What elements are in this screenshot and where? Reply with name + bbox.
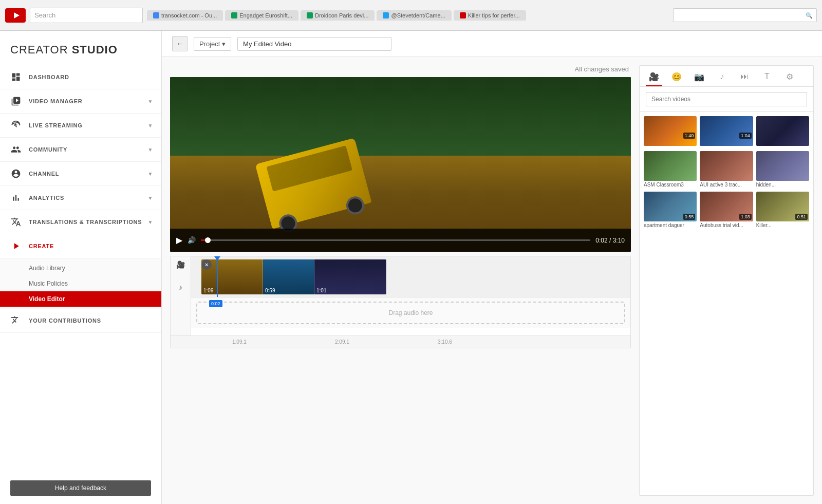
community-label: COMMUNITY [29,146,67,153]
video-manager-label: VIDEO MANAGER [29,98,83,104]
volume-icon[interactable]: 🔊 [188,236,196,244]
progress-bar[interactable] [201,239,590,241]
video-thumb-1[interactable]: 1:40 [644,116,697,148]
rp-tab-settings[interactable]: ⚙ [781,70,798,86]
browser-tabs: transocket.com - Ou... Engadget Euroshif… [147,10,669,21]
content-area: ← Project ▾ All changes saved [162,31,822,504]
create-sub-nav: Audio Library Music Policies Video Edito… [0,258,161,309]
creator-studio-header: CREATOR STUDIO [0,31,161,65]
translations-chevron: ▼ [148,219,153,225]
translations-label: TRANSLATIONS & TRANSCRIPTIONS [29,219,142,225]
browser-tab-4[interactable]: @Stevetdent/Came... [377,10,451,21]
timeline-ruler: 1:09.1 2:09.1 3:10.6 [171,335,630,348]
time-display: 0:02 / 3:10 [595,237,625,244]
audio-track: Drag audio here [191,297,630,328]
sidebar-item-community[interactable]: COMMUNITY ▼ [0,138,161,162]
timeline-cursor[interactable]: 0:02 [217,256,218,297]
translations-icon [10,216,22,228]
sidebar-item-dashboard[interactable]: DASHBOARD [0,65,161,89]
right-panel: 🎥 😊 📷 ♪ ⏭ T ⚙ 1:40 [639,65,814,496]
video-thumb-8[interactable]: 1:03 Autobuss trial vid... [700,192,753,229]
sidebar: CREATOR STUDIO DASHBOARD VIDEO MANAGER ▼ [0,31,162,504]
play-button[interactable]: ▶ [176,235,182,245]
timeline-area: 🎥 ♪ ✕ 1:09 [170,256,631,348]
rp-tab-videos[interactable]: 🎥 [646,70,662,86]
thumb-img-5 [700,151,753,181]
analytics-chevron: ▼ [148,195,153,201]
contributions-label: YOUR CONTRIBUTIONS [29,318,101,324]
audio-drop-zone[interactable]: Drag audio here [196,302,625,324]
sidebar-item-channel[interactable]: CHANNEL ▼ [0,162,161,186]
thumb-img-4 [644,151,697,181]
thumb-label-5: AUI active 3 trac... [700,181,753,189]
browser-search-bar[interactable]: Search [30,8,143,23]
ruler-mark-1: 1:09.1 [232,339,247,345]
rp-tab-camera[interactable]: 📷 [691,70,707,86]
community-icon [10,144,22,155]
right-panel-tabs: 🎥 😊 📷 ♪ ⏭ T ⚙ [640,66,813,87]
video-title-input[interactable] [237,37,391,51]
video-track-icon: 🎥 [176,260,185,269]
sidebar-item-analytics[interactable]: ANALYTICS ▼ [0,186,161,210]
sidebar-item-translations[interactable]: TRANSLATIONS & TRANSCRIPTIONS ▼ [0,210,161,234]
video-thumb-3[interactable] [756,116,809,148]
browser-tab-3[interactable]: Droidcon Paris devi... [301,10,375,21]
editor-area: All changes saved ▶ 🔊 [162,57,822,504]
cursor-time-label: 0:02 [209,300,222,307]
timeline-content: ✕ 1:09 0:59 1:01 [191,256,630,335]
create-label: CREATE [29,243,54,249]
thumb-duration-7: 0:55 [683,214,696,220]
top-search-wrapper [673,8,817,22]
sub-nav-music-policies[interactable]: Music Policies [0,276,161,291]
video-editor-panel: All changes saved ▶ 🔊 [170,65,631,496]
clip-segment-3[interactable]: 1:01 [314,259,386,294]
sidebar-item-your-contributions[interactable]: YOUR CONTRIBUTIONS [0,309,161,333]
video-thumb-5[interactable]: AUI active 3 trac... [700,151,753,189]
clip-segment-2[interactable]: 0:59 [263,259,314,294]
sub-nav-video-editor[interactable]: Video Editor [0,291,161,307]
video-search-input[interactable] [646,92,807,106]
browser-tab-1[interactable]: transocket.com - Ou... [147,10,223,21]
live-streaming-chevron: ▼ [148,123,153,128]
sidebar-item-video-manager[interactable]: VIDEO MANAGER ▼ [0,89,161,114]
video-thumb-2[interactable]: 1:04 [700,116,753,148]
rp-tab-transitions[interactable]: ⏭ [736,70,753,86]
timeline-tracks: 🎥 ♪ ✕ 1:09 [171,256,630,335]
create-icon [10,240,22,252]
tab-favicon-4 [383,12,389,18]
main-content-wrapper: CREATOR STUDIO DASHBOARD VIDEO MANAGER ▼ [0,31,822,504]
sub-nav-audio-library[interactable]: Audio Library [0,260,161,276]
channel-chevron: ▼ [148,171,153,177]
tab-favicon-1 [153,12,159,18]
thumb-img-6 [756,151,809,181]
browser-tab-5[interactable]: Killer tips for perfer... [454,10,526,21]
ruler-mark-2: 2:09.1 [335,339,349,345]
creator-studio-title: CREATOR STUDIO [10,43,151,57]
video-thumb-9[interactable]: 0:51 Killer... [756,192,809,229]
thumb-label-1 [644,146,697,148]
rp-tab-music[interactable]: ♪ [714,70,730,86]
scene-trees [170,77,631,164]
thumb-duration-9: 0:51 [795,214,808,220]
timeline-icons: 🎥 ♪ [171,256,191,335]
video-thumb-4[interactable]: ASM Classroom3 [644,151,697,189]
help-feedback-button[interactable]: Help and feedback [10,480,151,496]
video-thumb-6[interactable]: hidden... [756,151,809,189]
thumb-label-7: apartment daguer [644,221,697,229]
analytics-icon [10,192,22,203]
clip-delete-button[interactable]: ✕ [201,259,212,270]
rp-tab-emoji[interactable]: 😊 [668,70,685,86]
thumb-img-2 [700,116,753,146]
sidebar-item-live-streaming[interactable]: LIVE STREAMING ▼ [0,114,161,138]
analytics-label: ANALYTICS [29,195,64,201]
project-dropdown[interactable]: Project ▾ [194,37,231,51]
video-thumb-7[interactable]: 0:55 apartment daguer [644,192,697,229]
browser-tab-2[interactable]: Engadget Euroshift... [225,10,298,21]
rp-tab-text[interactable]: T [759,70,775,86]
sidebar-item-create[interactable]: CREATE [0,234,161,258]
back-button[interactable]: ← [172,36,188,51]
top-search-input[interactable] [673,8,817,22]
sidebar-nav: DASHBOARD VIDEO MANAGER ▼ LIVE STREAMING… [0,65,161,472]
contributions-icon [10,315,22,326]
thumb-duration-8: 1:03 [739,214,752,220]
